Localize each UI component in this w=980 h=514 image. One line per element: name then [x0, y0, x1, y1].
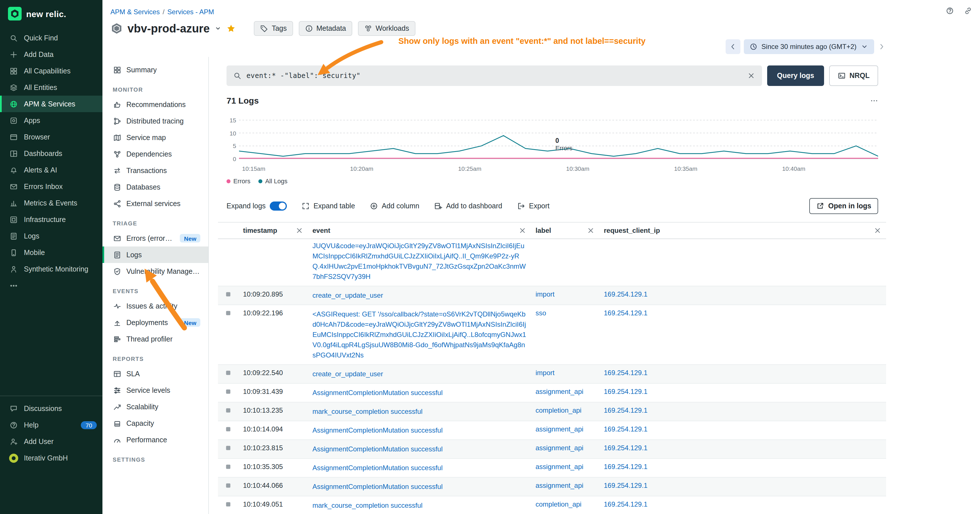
- log-row[interactable]: 10:09:31.439AssignmentCompletionMutation…: [218, 384, 886, 403]
- log-ip-link[interactable]: 169.254.129.1: [604, 463, 648, 471]
- log-ip-link[interactable]: 169.254.129.1: [604, 482, 648, 490]
- legend-item-errors[interactable]: Errors: [226, 178, 250, 185]
- entity-nav-item-dependencies[interactable]: Dependencies: [102, 146, 208, 162]
- log-row[interactable]: 10:09:22.196<ASGIRequest: GET '/sso/call…: [218, 305, 886, 365]
- log-label-link[interactable]: assignment_api: [536, 444, 583, 452]
- entity-nav-item-thread-profiler[interactable]: Thread profiler: [102, 331, 208, 347]
- log-ip-link[interactable]: 169.254.129.1: [604, 369, 648, 377]
- expand-table-button[interactable]: Expand table: [302, 202, 355, 210]
- clear-query-icon[interactable]: [748, 72, 756, 80]
- log-row[interactable]: 10:10:35.305AssignmentCompletionMutation…: [218, 459, 886, 477]
- add-column-button[interactable]: Add column: [370, 202, 420, 210]
- sidebar-item-help[interactable]: Help70: [0, 417, 102, 433]
- expand-logs-toggle[interactable]: [270, 202, 287, 211]
- log-row-icon[interactable]: [225, 310, 232, 318]
- sidebar-item-add-user[interactable]: Add User: [0, 433, 102, 450]
- sidebar-item-metrics-events[interactable]: Metrics & Events: [0, 195, 102, 211]
- entity-nav-item-performance[interactable]: Performance: [102, 431, 208, 448]
- log-row-icon[interactable]: [225, 482, 232, 491]
- log-label-link[interactable]: completion_api: [536, 406, 581, 414]
- open-in-logs-button[interactable]: Open in logs: [810, 198, 878, 214]
- metadata-chip[interactable]: Metadata: [299, 21, 352, 36]
- entity-nav-item-service-levels[interactable]: Service levels: [102, 382, 208, 398]
- entity-nav-item-vulnerability-management[interactable]: Vulnerability Management: [102, 263, 208, 280]
- log-row-icon[interactable]: [225, 501, 232, 509]
- log-ip-link[interactable]: 169.254.129.1: [604, 406, 648, 414]
- breadcrumb-services-apm[interactable]: Services - APM: [167, 8, 214, 16]
- log-event-link[interactable]: AssignmentCompletionMutation successful: [312, 444, 527, 454]
- nrql-button[interactable]: NRQL: [829, 65, 878, 86]
- sidebar-item-more[interactable]: [0, 277, 102, 294]
- log-row-icon[interactable]: [225, 444, 232, 453]
- sidebar-item-iterativ-gmbh[interactable]: Iterativ GmbH: [0, 450, 102, 466]
- log-row[interactable]: 10:10:14.094AssignmentCompletionMutation…: [218, 421, 886, 440]
- log-label-link[interactable]: assignment_api: [536, 463, 583, 471]
- workloads-chip[interactable]: Workloads: [358, 21, 415, 36]
- log-label-link[interactable]: import: [536, 369, 555, 377]
- log-row-icon[interactable]: [225, 388, 232, 397]
- entity-nav-item-transactions[interactable]: Transactions: [102, 162, 208, 179]
- remove-timestamp-column-icon[interactable]: [295, 226, 303, 234]
- tags-chip[interactable]: Tags: [254, 21, 293, 36]
- entity-switcher-caret-icon[interactable]: [214, 24, 222, 32]
- remove-event-column-icon[interactable]: [519, 226, 527, 234]
- remove-label-column-icon[interactable]: [587, 226, 595, 234]
- sidebar-item-browser[interactable]: Browser: [0, 129, 102, 145]
- log-row[interactable]: 10:10:44.066AssignmentCompletionMutation…: [218, 477, 886, 496]
- sidebar-item-dashboards[interactable]: Dashboards: [0, 145, 102, 162]
- breadcrumb-apm-services[interactable]: APM & Services: [110, 8, 160, 16]
- log-row-icon[interactable]: [225, 291, 232, 299]
- log-row-icon[interactable]: [225, 426, 232, 434]
- entity-nav-item-issues-activity[interactable]: Issues & activity: [102, 298, 208, 314]
- help-icon[interactable]: [946, 7, 954, 15]
- entity-nav-item-summary[interactable]: Summary: [102, 62, 208, 78]
- log-row[interactable]: 10:10:13.235mark_course_completion succe…: [218, 403, 886, 421]
- sidebar-item-errors-inbox[interactable]: Errors Inbox: [0, 178, 102, 195]
- log-event-link[interactable]: create_or_update_user: [312, 290, 527, 301]
- sidebar-item-synthetic-monitoring[interactable]: Synthetic Monitoring: [0, 261, 102, 277]
- sidebar-item-infrastructure[interactable]: Infrastructure: [0, 211, 102, 228]
- entity-nav-item-databases[interactable]: Databases: [102, 179, 208, 195]
- log-ip-link[interactable]: 169.254.129.1: [604, 290, 648, 298]
- add-to-dashboard-button[interactable]: Add to dashboard: [434, 202, 502, 210]
- log-event-link[interactable]: create_or_update_user: [312, 369, 527, 379]
- entity-nav-item-scalability[interactable]: Scalability: [102, 398, 208, 415]
- sidebar-item-all-entities[interactable]: All Entities: [0, 79, 102, 95]
- sidebar-item-alerts-ai[interactable]: Alerts & AI: [0, 162, 102, 178]
- log-event-link[interactable]: AssignmentCompletionMutation successful: [312, 463, 527, 473]
- log-label-link[interactable]: assignment_api: [536, 388, 583, 396]
- log-row[interactable]: 10:09:22.540create_or_update_userimport1…: [218, 365, 886, 384]
- log-ip-link[interactable]: 169.254.129.1: [604, 309, 648, 317]
- entity-nav-item-recommendations[interactable]: Recommendations: [102, 96, 208, 113]
- entity-nav-item-capacity[interactable]: Capacity: [102, 415, 208, 431]
- legend-item-all-logs[interactable]: All Logs: [258, 178, 287, 185]
- log-label-link[interactable]: assignment_api: [536, 425, 583, 433]
- log-row[interactable]: 10:09:20.895create_or_update_userimport1…: [218, 286, 886, 305]
- permalink-icon[interactable]: [964, 7, 972, 15]
- entity-nav-item-external-services[interactable]: External services: [102, 195, 208, 212]
- log-ip-link[interactable]: 169.254.129.1: [604, 500, 648, 508]
- log-label-link[interactable]: assignment_api: [536, 482, 583, 490]
- log-label-link[interactable]: sso: [536, 309, 546, 317]
- entity-nav-item-service-map[interactable]: Service map: [102, 129, 208, 146]
- favorite-star-icon[interactable]: [227, 24, 236, 33]
- newrelic-logo[interactable]: new relic.: [0, 0, 102, 30]
- log-event-link[interactable]: AssignmentCompletionMutation successful: [312, 425, 527, 436]
- time-range-select[interactable]: Since 30 minutes ago (GMT+2): [744, 39, 874, 54]
- log-row-icon[interactable]: [225, 369, 232, 378]
- sidebar-item-all-capabilities[interactable]: All Capabilities: [0, 63, 102, 79]
- log-event-link[interactable]: AssignmentCompletionMutation successful: [312, 388, 527, 398]
- log-event-link[interactable]: JUQVU&code=eyJraWQiOiJjcGltY29yZV8wOTl1M…: [312, 241, 527, 282]
- export-button[interactable]: Export: [517, 202, 549, 210]
- log-event-link[interactable]: mark_course_completion successful: [312, 500, 527, 511]
- log-ip-link[interactable]: 169.254.129.1: [604, 444, 648, 452]
- entity-nav-item-sla[interactable]: SLA: [102, 366, 208, 382]
- entity-nav-item-errors-errors-inb[interactable]: Errors (errors inb...New: [102, 230, 208, 247]
- remove-request-client-ip-column-icon[interactable]: [873, 226, 881, 234]
- sidebar-item-discussions[interactable]: Discussions: [0, 400, 102, 417]
- log-row[interactable]: JUQVU&code=eyJraWQiOiJjcGltY29yZV8wOTl1M…: [218, 239, 886, 286]
- log-row[interactable]: 10:10:49.051mark_course_completion succe…: [218, 496, 886, 514]
- panel-menu-icon[interactable]: [870, 97, 878, 105]
- log-row-icon[interactable]: [225, 407, 232, 415]
- sidebar-item-mobile[interactable]: Mobile: [0, 244, 102, 261]
